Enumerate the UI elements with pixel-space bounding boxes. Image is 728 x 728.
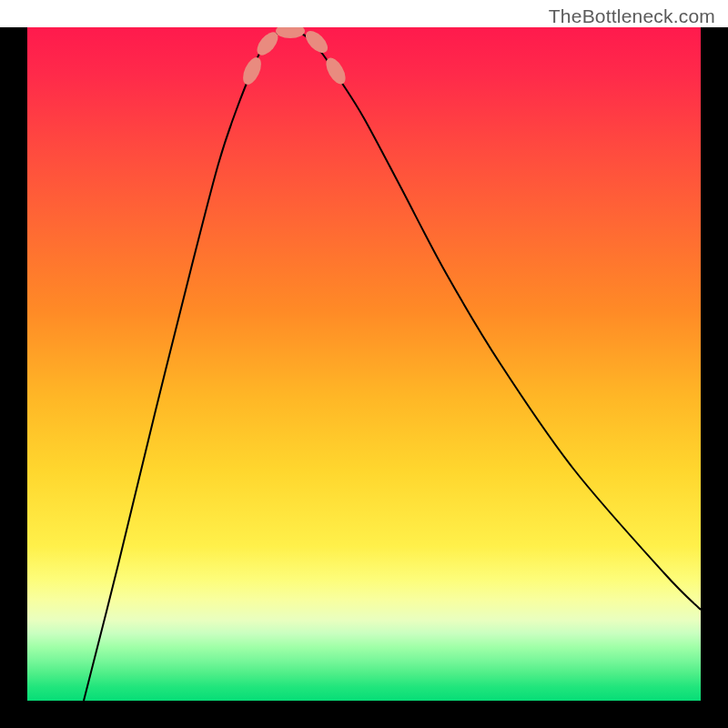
curve-layer (27, 27, 701, 701)
marker-1 (239, 55, 265, 87)
chart-frame (0, 27, 728, 728)
marker-group (239, 27, 349, 87)
watermark-text: TheBottleneck.com (549, 5, 715, 27)
plot-area (27, 27, 701, 701)
marker-3 (276, 27, 305, 38)
marker-4 (302, 27, 332, 56)
bottleneck-curve (84, 30, 701, 701)
